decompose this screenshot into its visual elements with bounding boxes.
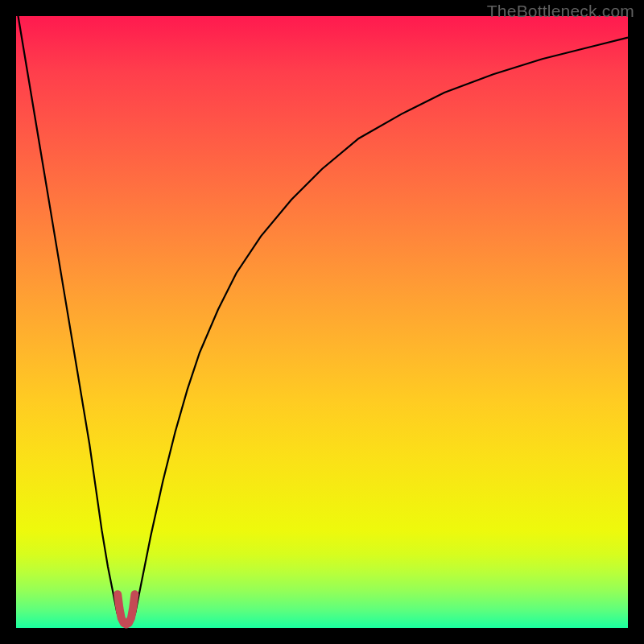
curve-right (132, 38, 628, 622)
chart-frame: TheBottleneck.com (0, 0, 644, 644)
plot-area (16, 16, 628, 628)
marker-u (118, 594, 134, 624)
curve-left (16, 4, 120, 622)
watermark-text: TheBottleneck.com (487, 2, 634, 21)
chart-svg (16, 16, 628, 628)
